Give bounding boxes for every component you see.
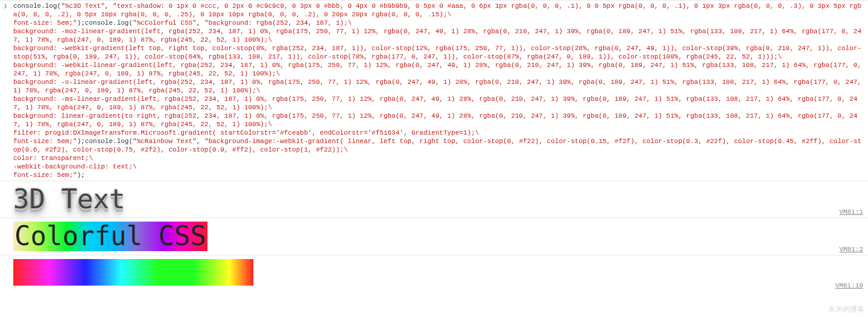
output-3d-text: 3D Text <box>13 184 125 214</box>
source-link[interactable]: VM81:2 <box>839 246 863 253</box>
console-output-3d: 3D Text VM81:1 <box>0 181 868 217</box>
watermark-text: 米米的博客 <box>828 304 864 315</box>
source-link[interactable]: VM81:1 <box>839 208 863 216</box>
input-arrow-icon: ❯ <box>4 2 7 10</box>
source-link[interactable]: VM81:10 <box>835 282 863 289</box>
output-colorful-text: Colorful CSS <box>13 222 207 251</box>
input-code: console.log("%c3D Text", "text-shadow: 0… <box>13 2 863 179</box>
console-input-row[interactable]: ❯ console.log("%c3D Text", "text-shadow:… <box>0 0 868 181</box>
output-rainbow-block <box>13 259 253 286</box>
console-output-rainbow: VM81:10 <box>0 255 868 291</box>
console-output-colorful: Colorful CSS VM81:2 <box>0 217 868 254</box>
